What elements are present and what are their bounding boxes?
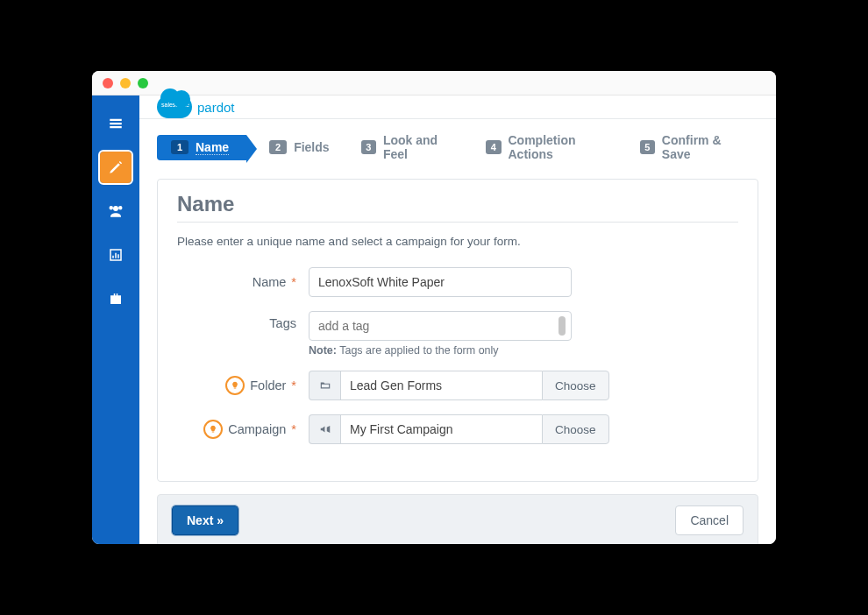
minimize-icon[interactable] — [120, 78, 131, 88]
sidebar-item-briefcase[interactable] — [100, 283, 132, 315]
step-number: 2 — [269, 140, 287, 154]
step-label: Look and Feel — [383, 133, 454, 161]
step-number: 4 — [486, 140, 501, 154]
step-fields[interactable]: 2 Fields — [246, 135, 346, 159]
step-completion-actions[interactable]: 4 Completion Actions — [472, 128, 625, 166]
step-confirm-save[interactable]: 5 Confirm & Save — [626, 128, 758, 166]
logo[interactable]: salesforce pardot — [157, 95, 235, 118]
campaign-input[interactable] — [340, 414, 542, 444]
scrollbar-icon[interactable] — [559, 316, 566, 336]
wizard-stepper: 1 Name 2 Fields 3 Look and Feel 4 Comple… — [139, 119, 776, 166]
sidebar-item-reports[interactable] — [100, 239, 132, 271]
salesforce-cloud-icon: salesforce — [157, 95, 192, 118]
main-content: salesforce pardot 1 Name 2 Fields 3 Look… — [139, 95, 776, 544]
sidebar — [92, 95, 139, 544]
users-icon — [108, 203, 124, 219]
next-button[interactable]: Next » — [172, 505, 238, 535]
panel-intro: Please enter a unique name and select a … — [177, 235, 738, 248]
label-folder: Folder* — [177, 376, 309, 395]
app-window: salesforce pardot 1 Name 2 Fields 3 Look… — [92, 71, 776, 544]
step-look-and-feel[interactable]: 3 Look and Feel — [347, 128, 473, 166]
footer: Next » Cancel — [157, 494, 758, 544]
label-campaign: Campaign* — [177, 420, 309, 439]
sidebar-item-edit[interactable] — [100, 152, 132, 183]
tags-field[interactable] — [309, 311, 572, 341]
campaign-choose-button[interactable]: Choose — [542, 414, 609, 444]
label-tags: Tags — [177, 311, 309, 330]
lightbulb-icon[interactable] — [203, 420, 223, 439]
row-folder: Folder* Choose — [177, 371, 738, 400]
tags-note: Note: Tags are applied to the form only — [309, 344, 572, 357]
close-icon[interactable] — [103, 78, 113, 88]
header: salesforce pardot — [139, 95, 776, 119]
folder-icon — [309, 371, 340, 400]
step-number: 5 — [640, 140, 655, 154]
step-label: Confirm & Save — [662, 133, 741, 161]
step-name[interactable]: 1 Name — [157, 135, 246, 160]
step-label: Name — [196, 140, 229, 155]
name-input[interactable] — [309, 267, 572, 297]
logo-product: pardot — [197, 100, 235, 115]
label-name: Name* — [177, 275, 309, 289]
row-tags: Tags Note: Tags are applied to the form … — [177, 311, 738, 357]
step-label: Fields — [294, 140, 329, 154]
fullscreen-icon[interactable] — [138, 78, 148, 88]
mac-titlebar — [92, 71, 776, 95]
row-campaign: Campaign* Choose — [177, 414, 738, 444]
step-number: 1 — [171, 140, 189, 154]
chart-icon — [108, 247, 124, 263]
lightbulb-icon[interactable] — [225, 376, 245, 395]
step-number: 3 — [361, 140, 376, 154]
folder-input[interactable] — [340, 371, 542, 400]
sidebar-item-users[interactable] — [100, 195, 132, 227]
cancel-button[interactable]: Cancel — [675, 505, 743, 535]
logo-brand: salesforce — [161, 102, 189, 108]
panel-title: Name — [177, 192, 738, 223]
tags-input[interactable] — [318, 319, 559, 333]
sidebar-item-menu[interactable] — [100, 108, 132, 139]
step-label: Completion Actions — [509, 133, 608, 161]
menu-icon — [108, 116, 124, 131]
megaphone-icon — [309, 414, 340, 444]
folder-choose-button[interactable]: Choose — [542, 371, 609, 400]
form-panel: Name Please enter a unique name and sele… — [157, 179, 758, 482]
edit-icon — [108, 159, 124, 175]
briefcase-icon — [108, 291, 124, 307]
row-name: Name* — [177, 267, 738, 297]
